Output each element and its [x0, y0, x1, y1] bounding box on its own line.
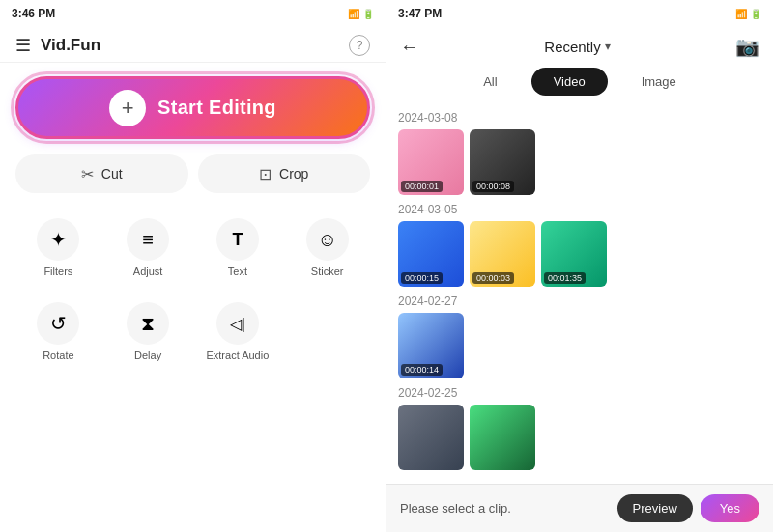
tab-all[interactable]: All: [461, 68, 519, 96]
thumb-duration: 00:00:01: [401, 181, 443, 192]
empty-slot: [284, 294, 370, 369]
thumb-duration: 00:00:14: [401, 364, 443, 376]
filters-label: Filters: [43, 266, 72, 277]
app-title: Vid.Fun: [41, 36, 100, 55]
right-status-icons: 📶 🔋: [735, 9, 761, 19]
thumb-item[interactable]: [470, 405, 535, 470]
date-label-2024-02-25: 2024-02-25: [398, 386, 761, 400]
thumb-item[interactable]: 00:00:03: [470, 221, 535, 287]
text-icon: T: [216, 218, 259, 261]
right-status-bar: 3:47 PM 📶 🔋: [386, 0, 773, 27]
text-item[interactable]: T Text: [195, 210, 281, 285]
left-header: ☰ Vid.Fun ?: [0, 27, 386, 63]
text-label: Text: [228, 266, 247, 277]
sticker-label: Sticker: [311, 266, 344, 277]
icon-grid-row1: ✦ Filters ≡ Adjust T Text ☺ Sticker: [0, 199, 386, 291]
chevron-down-icon: ▾: [605, 40, 611, 53]
thumb-item[interactable]: 00:00:14: [398, 313, 464, 378]
right-time: 3:47 PM: [398, 7, 442, 20]
thumb-duration: 00:01:35: [544, 272, 586, 284]
bottom-bar: Please select a clip. Preview Yes: [386, 484, 773, 532]
left-time: 3:46 PM: [12, 7, 55, 20]
yes-button[interactable]: Yes: [701, 494, 759, 522]
select-clip-text: Please select a clip.: [400, 501, 511, 516]
thumb-item[interactable]: [398, 405, 464, 470]
extract-audio-item[interactable]: ◁| Extract Audio: [195, 294, 281, 369]
left-status-bar: 3:46 PM 📶 🔋: [0, 0, 386, 27]
adjust-item[interactable]: ≡ Adjust: [105, 210, 191, 285]
cut-label: Cut: [101, 166, 123, 182]
thumb-duration: 00:00:08: [472, 181, 514, 192]
thumb-row-2024-02-27: 00:00:14: [398, 313, 761, 378]
thumb-item[interactable]: 00:00:08: [470, 129, 535, 195]
menu-icon[interactable]: ☰: [15, 35, 31, 56]
thumb-row-2024-03-05: 00:00:15 00:00:03 00:01:35: [398, 221, 761, 287]
back-button[interactable]: ←: [400, 36, 419, 58]
date-label-2024-02-27: 2024-02-27: [398, 294, 761, 308]
sticker-item[interactable]: ☺ Sticker: [284, 210, 370, 285]
thumb-item[interactable]: 00:01:35: [541, 221, 607, 287]
left-status-icons: 📶 🔋: [348, 9, 374, 19]
delay-icon: ⧗: [127, 302, 169, 345]
crop-button[interactable]: ⊡ Crop: [198, 154, 371, 193]
date-label-2024-03-05: 2024-03-05: [398, 203, 761, 216]
sticker-icon: ☺: [306, 218, 349, 261]
extract-audio-label: Extract Audio: [206, 350, 269, 361]
thumb-item[interactable]: 00:00:01: [398, 129, 464, 195]
date-label-2024-03-08: 2024-03-08: [398, 111, 761, 125]
thumb-duration: 00:00:15: [401, 272, 443, 284]
recently-label: Recently: [544, 39, 600, 55]
thumb-item[interactable]: 00:00:15: [398, 221, 464, 287]
cut-icon: ✂: [81, 165, 94, 183]
help-icon[interactable]: ?: [349, 35, 370, 56]
adjust-label: Adjust: [133, 266, 163, 277]
filters-icon: ✦: [37, 218, 79, 261]
rotate-label: Rotate: [43, 350, 73, 361]
left-panel: 3:46 PM 📶 🔋 ☰ Vid.Fun ? + Start Editing …: [0, 0, 386, 532]
tab-video[interactable]: Video: [531, 68, 608, 96]
bottom-actions: Preview Yes: [617, 494, 759, 522]
delay-item[interactable]: ⧗ Delay: [105, 294, 191, 369]
thumb-row-2024-02-25: [398, 405, 761, 470]
delay-label: Delay: [134, 350, 161, 361]
extract-audio-icon: ◁|: [216, 302, 259, 345]
start-editing-label: Start Editing: [157, 97, 276, 119]
thumb-row-2024-03-08: 00:00:01 00:00:08: [398, 129, 761, 195]
rotate-item[interactable]: ↺ Rotate: [15, 294, 101, 369]
right-panel: 3:47 PM 📶 🔋 ← Recently ▾ 📷 All Video Ima…: [386, 0, 773, 532]
camera-icon[interactable]: 📷: [735, 35, 759, 58]
start-editing-button[interactable]: + Start Editing: [15, 76, 370, 139]
rotate-icon: ↺: [37, 302, 79, 345]
right-header: ← Recently ▾ 📷: [386, 27, 773, 64]
cut-button[interactable]: ✂ Cut: [15, 154, 188, 193]
adjust-icon: ≡: [127, 218, 169, 261]
tool-row: ✂ Cut ⊡ Crop: [0, 149, 386, 199]
filters-item[interactable]: ✦ Filters: [15, 210, 101, 285]
start-editing-wrapper: + Start Editing: [0, 63, 386, 149]
plus-circle: +: [109, 90, 146, 126]
preview-button[interactable]: Preview: [617, 494, 693, 522]
icon-grid-row2: ↺ Rotate ⧗ Delay ◁| Extract Audio: [0, 291, 386, 378]
crop-icon: ⊡: [259, 165, 272, 183]
recently-dropdown[interactable]: Recently ▾: [544, 39, 610, 55]
media-gallery: 2024-03-08 00:00:01 00:00:08 2024-03-05 …: [386, 103, 773, 475]
media-tabs: All Video Image: [386, 64, 773, 103]
crop-label: Crop: [279, 166, 308, 182]
thumb-duration: 00:00:03: [472, 272, 514, 284]
tab-image[interactable]: Image: [619, 68, 699, 96]
